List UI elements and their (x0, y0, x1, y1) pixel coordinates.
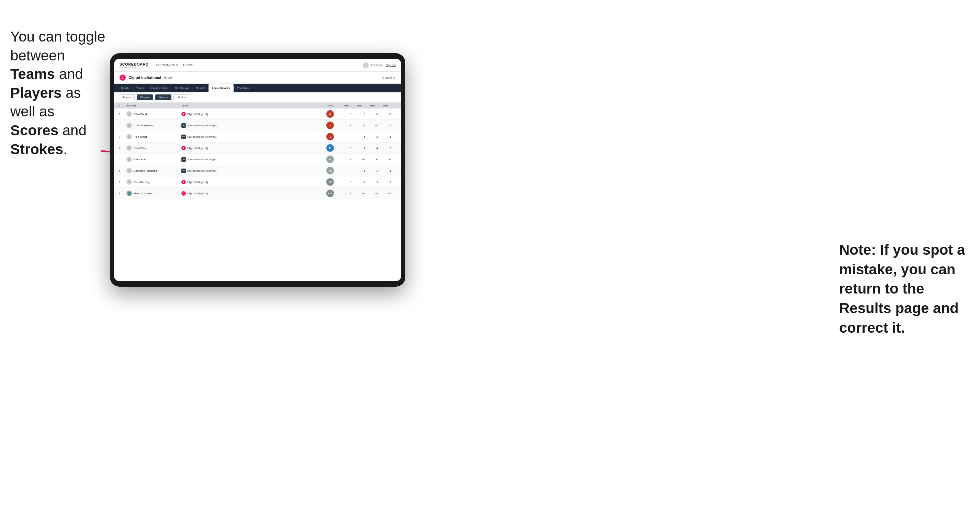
main-nav: TOURNAMENTS TEAMS (154, 63, 363, 67)
logo-sub-text: Powered by clippd (119, 66, 148, 68)
table-row[interactable]: 2 Chris Robertson SU Scoreboard Universi… (114, 120, 401, 131)
team-name: Scoreboard University [A] (187, 158, 216, 161)
tab-details[interactable]: Details (118, 84, 133, 92)
app-header: SCOREBOARD Powered by clippd TOURNAMENTS… (114, 59, 401, 72)
player-name: Chris Robertson (134, 124, 154, 127)
team-name: Clippd College [A] (187, 113, 208, 116)
team-logo-c: C (181, 146, 186, 150)
cell-thru: F (344, 147, 357, 150)
table-row[interactable]: 7 Blair McHarg C Clippd College [A] +8 F… (114, 176, 401, 188)
tab-navigation: Details Teams Course Setup Tee Groups Re… (114, 84, 401, 92)
score-total: +8 (326, 178, 334, 186)
team-logo-c: C (181, 112, 186, 116)
toggle-strokes[interactable]: Strokes (173, 94, 190, 100)
player-avatar (126, 134, 132, 140)
tab-teams[interactable]: Teams (133, 84, 148, 92)
tab-results[interactable]: Results (192, 84, 208, 92)
row-rank: 2 (119, 124, 126, 127)
cell-rd3: E (383, 158, 396, 161)
player-name: Rees Britt (134, 158, 146, 161)
bold-teams: Teams (10, 66, 55, 82)
tab-course-setup[interactable]: Course Setup (148, 84, 172, 92)
player-cell: Blair McHarg (126, 179, 181, 185)
cell-rd3: +3 (383, 147, 396, 150)
player-name: David Ford (134, 147, 147, 150)
tablet-screen: SCOREBOARD Powered by clippd TOURNAMENTS… (114, 59, 401, 281)
team-cell: C Clippd College [A] (181, 180, 326, 184)
player-cell: Cameron Robertson (126, 168, 181, 173)
team-cell: C Clippd College [A] (181, 146, 326, 150)
player-cell: Rich Butler (126, 134, 181, 140)
svg-point-2 (129, 124, 130, 125)
score-total: -2 (326, 133, 334, 140)
username: Test User | (371, 63, 384, 67)
team-logo-c: C (181, 180, 186, 184)
cell-rd1: +2 (357, 192, 370, 195)
toggle-teams[interactable]: Teams (119, 94, 135, 100)
team-logo-c: C (181, 191, 186, 196)
player-avatar (126, 122, 132, 128)
row-rank: 1 (119, 113, 126, 116)
table-row[interactable]: 4 David Ford C Clippd College [A] E F +1… (114, 143, 401, 154)
cell-thru: F (344, 124, 357, 127)
tournament-subtitle: (Men) (164, 76, 172, 79)
tournament-header: C Clippd Invitational (Men) Cancel ✕ (114, 72, 401, 84)
cell-thru: F (344, 135, 357, 138)
table-body: 1 Elliot Ebert C Clippd College [A] -8 F… (114, 108, 401, 199)
table-row[interactable]: 8 👤 Marcus Turners C Clippd College [A] … (114, 188, 401, 199)
player-cell: Elliot Ebert (126, 111, 181, 117)
cancel-icon: ✕ (393, 76, 396, 79)
cancel-button[interactable]: Cancel ✕ (382, 76, 396, 79)
toggle-players[interactable]: Players (137, 94, 154, 100)
team-cell: C Clippd College [A] (181, 191, 326, 196)
cell-rd1: -5 (357, 124, 370, 127)
player-cell: Rees Britt (126, 157, 181, 162)
team-logo-sq: SU (181, 157, 186, 162)
tab-tee-groups[interactable]: Tee Groups (172, 84, 192, 92)
table-row[interactable]: 6 Cameron Robertson SU Scoreboard Univer… (114, 165, 401, 176)
team-logo-sq: SU (181, 168, 186, 173)
cell-rd1: +1 (357, 135, 370, 138)
row-rank: 6 (119, 169, 126, 172)
cell-rd2: -4 (370, 147, 383, 150)
cell-thru: F (344, 158, 357, 161)
cell-rd1: +3 (357, 113, 370, 116)
team-cell: C Clippd College [A] (181, 112, 326, 116)
tab-printables[interactable]: Printables (234, 84, 253, 92)
team-name: Scoreboard University [A] (187, 169, 216, 172)
player-cell: Chris Robertson (126, 122, 181, 128)
col-rd3: RD3 (383, 104, 396, 107)
nav-teams[interactable]: TEAMS (183, 63, 193, 67)
table-row[interactable]: 5 Rees Britt SU Scoreboard University [A… (114, 154, 401, 165)
score-total: E (326, 144, 334, 152)
cell-thru: F (344, 169, 357, 172)
cell-rd2: -2 (370, 135, 383, 138)
col-rank: # (119, 104, 126, 107)
cell-rd3: +6 (383, 181, 396, 184)
col-rd1: RD1 (357, 104, 370, 107)
tab-leaderboards[interactable]: Leaderboards (208, 84, 234, 92)
cell-rd3: -1 (383, 169, 396, 172)
player-avatar (126, 111, 132, 117)
player-name: Cameron Robertson (134, 169, 158, 172)
signout-link[interactable]: Sign out (386, 63, 396, 67)
nav-tournaments[interactable]: TOURNAMENTS (154, 63, 178, 67)
col-player: PLAYER (126, 104, 181, 107)
tournament-title-row: C Clippd Invitational (Men) (119, 75, 172, 81)
cell-rd1: +2 (357, 181, 370, 184)
col-thru: THRU (344, 104, 357, 107)
svg-point-4 (129, 147, 130, 148)
col-rd2: RD2 (370, 104, 383, 107)
user-avatar: U (363, 62, 369, 68)
cell-rd2: +7 (370, 192, 383, 195)
table-row[interactable]: 3 Rich Butler SU Scoreboard University [… (114, 131, 401, 143)
team-cell: SU Scoreboard University [A] (181, 168, 326, 173)
cell-thru: F (344, 192, 357, 195)
header-user-area: U Test User | Sign out (363, 62, 396, 68)
toggle-scores[interactable]: Scores (155, 94, 172, 100)
bold-scores: Scores (10, 122, 58, 138)
table-row[interactable]: 1 Elliot Ebert C Clippd College [A] -8 F… (114, 108, 401, 120)
player-name: Marcus Turners (134, 192, 153, 195)
team-cell: SU Scoreboard University [A] (181, 135, 326, 139)
team-name: Clippd College [A] (187, 147, 208, 150)
